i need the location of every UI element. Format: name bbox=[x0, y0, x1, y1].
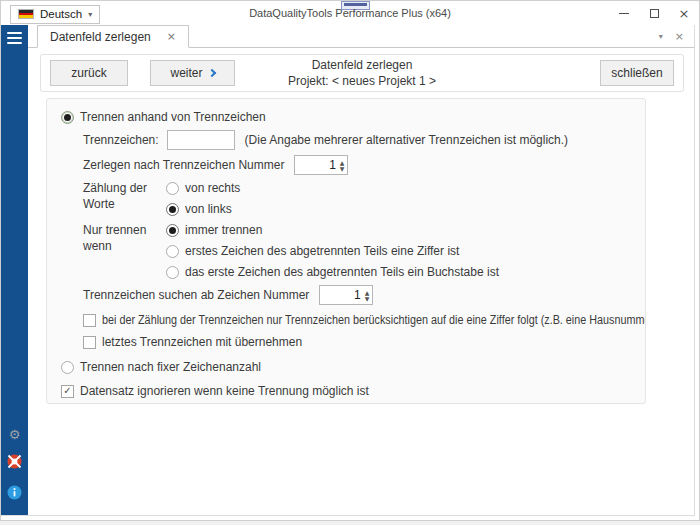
split-number-label: Zerlegen nach Trennzeichen Nummer bbox=[83, 158, 284, 172]
language-selector[interactable]: Deutsch ▾ bbox=[10, 5, 100, 24]
page: zurück weiter Datenfeld zerlegen Projekt… bbox=[28, 48, 694, 515]
from-left-label: von links bbox=[185, 202, 232, 216]
chevron-right-icon bbox=[207, 69, 215, 77]
delimiter-row: Trennzeichen: (Die Angabe mehrerer alter… bbox=[83, 130, 631, 150]
delimiter-label: Trennzeichen: bbox=[83, 133, 159, 147]
app-body: ⚙ bbox=[1, 25, 695, 516]
spin-up-icon[interactable]: ▲ bbox=[365, 290, 370, 295]
settings-gear-icon[interactable]: ⚙ bbox=[9, 428, 21, 441]
search-from-input[interactable] bbox=[320, 288, 363, 302]
content-area: Datenfeld zerlegen × ▾ × zurück weiter bbox=[28, 25, 694, 515]
sidebar: ⚙ bbox=[1, 25, 28, 515]
app-window: Deutsch ▾ DataQualityTools Performance P… bbox=[0, 0, 700, 521]
only-split-option-row: erstes Zeichen des abgetrennten Teils ei… bbox=[166, 243, 499, 259]
info-icon[interactable] bbox=[7, 485, 22, 503]
german-flag-icon bbox=[18, 9, 34, 19]
only-split-option-row: das erste Zeichen des abgetrennten Teils… bbox=[166, 264, 499, 280]
spinner-arrows: ▲ ▼ bbox=[339, 160, 348, 171]
from-right-radio[interactable] bbox=[166, 182, 179, 195]
wizard-heading: Datenfeld zerlegen Projekt: < neues Proj… bbox=[41, 57, 683, 89]
split-number-row: Zerlegen nach Trennzeichen Nummer ▲ ▼ bbox=[83, 155, 631, 175]
from-right-label: von rechts bbox=[185, 181, 240, 195]
keep-last-delimiter-label: letztes Trennzeichen mit übernehmen bbox=[102, 335, 302, 349]
spin-up-icon[interactable]: ▲ bbox=[340, 160, 345, 165]
wizard-toolbar: zurück weiter Datenfeld zerlegen Projekt… bbox=[40, 54, 684, 92]
tabstrip-close-icon[interactable]: × bbox=[675, 31, 684, 42]
search-from-row: Trennzeichen suchen ab Zeichen Nummer ▲ … bbox=[83, 285, 631, 305]
first-char-letter-label: das erste Zeichen des abgetrennten Teils… bbox=[185, 265, 499, 279]
dock-handle-bar bbox=[344, 3, 367, 6]
split-by-delimiter-label: Trennen anhand von Trennzeichen bbox=[80, 110, 266, 124]
first-char-letter-radio[interactable] bbox=[166, 266, 179, 279]
tab-close-icon[interactable]: × bbox=[167, 31, 176, 42]
tabstrip-controls: ▾ × bbox=[659, 25, 694, 47]
only-split-group: Nur trennen wenn immer trennen erstes Ze… bbox=[83, 222, 631, 280]
split-number-input[interactable] bbox=[295, 158, 338, 172]
word-count-option-row: von rechts bbox=[166, 180, 240, 196]
search-from-spinner[interactable]: ▲ ▼ bbox=[319, 285, 373, 305]
tab-bar: Datenfeld zerlegen × ▾ × bbox=[28, 25, 694, 48]
split-by-delimiter-row: Trennen anhand von Trennzeichen bbox=[61, 109, 631, 125]
chevron-down-icon: ▾ bbox=[88, 10, 92, 19]
digit-delimiter-checkbox[interactable] bbox=[83, 314, 96, 327]
language-label: Deutsch bbox=[40, 8, 82, 20]
close-button[interactable]: × bbox=[669, 1, 699, 25]
next-button[interactable]: weiter bbox=[150, 60, 235, 86]
word-count-group: Zählung der Worte von rechts von links bbox=[83, 180, 631, 217]
only-split-label: Nur trennen wenn bbox=[83, 222, 166, 254]
word-count-option-row: von links bbox=[166, 201, 240, 217]
delimiter-note: (Die Angabe mehrerer alternativer Trennz… bbox=[245, 133, 568, 147]
minimize-button[interactable] bbox=[609, 1, 639, 25]
wizard-title-text: Datenfeld zerlegen bbox=[41, 57, 683, 73]
first-char-digit-radio[interactable] bbox=[166, 245, 179, 258]
spinner-arrows: ▲ ▼ bbox=[364, 290, 373, 301]
fixed-length-radio[interactable] bbox=[61, 361, 74, 374]
ignore-record-label: Datensatz ignorieren wenn keine Trennung… bbox=[80, 384, 369, 398]
from-left-radio[interactable] bbox=[166, 203, 179, 216]
spin-down-icon[interactable]: ▼ bbox=[340, 166, 345, 171]
search-from-label: Trennzeichen suchen ab Zeichen Nummer bbox=[83, 288, 309, 302]
maximize-icon bbox=[650, 9, 659, 18]
split-number-spinner[interactable]: ▲ ▼ bbox=[294, 155, 348, 175]
always-split-radio[interactable] bbox=[166, 224, 179, 237]
dock-handle[interactable] bbox=[341, 1, 370, 10]
fixed-length-label: Trennen nach fixer Zeichenanzahl bbox=[80, 360, 261, 374]
menu-icon[interactable] bbox=[7, 32, 22, 44]
sidebar-bottom: ⚙ bbox=[7, 428, 22, 515]
window-controls: × bbox=[609, 1, 699, 25]
ignore-record-row: ✓ Datensatz ignorieren wenn keine Trennu… bbox=[61, 383, 631, 399]
titlebar: Deutsch ▾ DataQualityTools Performance P… bbox=[1, 1, 699, 25]
digit-delimiter-row: bei der Zählung der Trennzeichen nur Tre… bbox=[83, 312, 631, 328]
spin-down-icon[interactable]: ▼ bbox=[365, 296, 370, 301]
first-char-digit-label: erstes Zeichen des abgetrennten Teils ei… bbox=[185, 244, 459, 258]
help-lifebuoy-icon[interactable] bbox=[7, 454, 22, 472]
minimize-icon bbox=[619, 13, 629, 14]
check-icon: ✓ bbox=[63, 386, 71, 396]
digit-delimiter-label: bei der Zählung der Trennzeichen nur Tre… bbox=[102, 313, 646, 327]
word-count-label: Zählung der Worte bbox=[83, 180, 166, 212]
wizard-project-text: Projekt: < neues Projekt 1 > bbox=[41, 73, 683, 89]
tab-datenfeld-zerlegen[interactable]: Datenfeld zerlegen × bbox=[37, 25, 189, 48]
fixed-length-row: Trennen nach fixer Zeichenanzahl bbox=[61, 359, 631, 375]
back-button[interactable]: zurück bbox=[50, 60, 128, 86]
always-split-label: immer trennen bbox=[185, 223, 262, 237]
tab-label: Datenfeld zerlegen bbox=[50, 30, 151, 44]
keep-last-delimiter-checkbox[interactable] bbox=[83, 336, 96, 349]
close-wizard-button[interactable]: schließen bbox=[600, 60, 674, 86]
options-panel: Trennen anhand von Trennzeichen Trennzei… bbox=[46, 98, 646, 404]
delimiter-input[interactable] bbox=[167, 130, 235, 150]
maximize-button[interactable] bbox=[639, 1, 669, 25]
tab-list-dropdown-icon[interactable]: ▾ bbox=[659, 32, 663, 41]
ignore-record-checkbox[interactable]: ✓ bbox=[61, 385, 74, 398]
split-by-delimiter-radio[interactable] bbox=[61, 111, 74, 124]
keep-last-delimiter-row: letztes Trennzeichen mit übernehmen bbox=[83, 334, 631, 350]
only-split-option-row: immer trennen bbox=[166, 222, 499, 238]
next-button-label: weiter bbox=[170, 66, 202, 80]
